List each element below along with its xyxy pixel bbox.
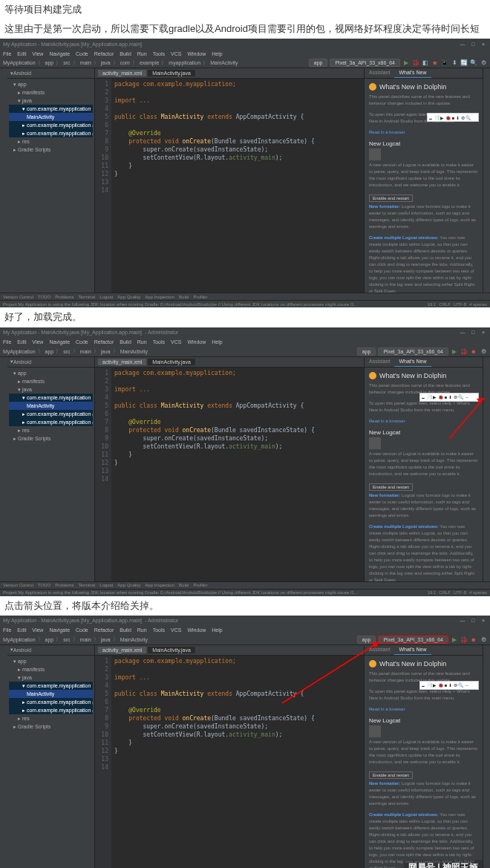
run-config-device-highlighted[interactable]: Pixel_3a_API_33_x86_64 xyxy=(378,636,448,644)
maximize-icon[interactable]: □ xyxy=(469,40,477,48)
bb-build[interactable]: Build xyxy=(179,295,189,299)
caption-2: 这里由于是第一次启动，所以需要下载gradle以及Android项目需要引用的包… xyxy=(0,19,490,39)
search-icon[interactable]: 🔍 xyxy=(470,59,477,67)
ide-shot-1: My Application - MainActivity.java [My_A… xyxy=(0,39,490,307)
window-title: My Application - MainActivity.java [My_A… xyxy=(3,42,142,47)
bottom-tool-buttons: Version Control TODO Problems Terminal L… xyxy=(0,293,490,300)
nav-toolbar: MyApplication〉 app〉 src〉 main〉 java〉 com… xyxy=(0,58,490,68)
bc-main[interactable]: main xyxy=(80,60,91,65)
menu-build[interactable]: Build xyxy=(120,51,131,56)
tab-activity-xml[interactable]: activity_main.xml xyxy=(98,70,146,76)
sdk-icon[interactable]: ⬇ xyxy=(451,59,458,67)
tree-res[interactable]: ▸ res xyxy=(9,137,93,146)
tree-pkg-test[interactable]: ▸ com.example.myapplication (test) xyxy=(9,129,93,137)
watermark: 网易号 | 神照玉娅 xyxy=(404,860,483,868)
sync-icon[interactable]: 🔄 xyxy=(460,59,468,67)
run-config-app[interactable]: app xyxy=(309,59,328,67)
menu-run[interactable]: Run xyxy=(137,51,147,56)
tree-app[interactable]: ▾ app xyxy=(9,80,93,88)
editor: activity_main.xml MainActivity.java 1234… xyxy=(95,68,364,293)
right-tool-strip-2 xyxy=(483,357,490,581)
menu-view[interactable]: View xyxy=(32,51,43,56)
debug-icon[interactable]: 🐞 xyxy=(412,59,419,67)
whatsnew-browser-link[interactable]: Read in a browser xyxy=(369,129,478,136)
menu-navigate[interactable]: Navigate xyxy=(49,51,70,56)
code-area[interactable]: 1234567891011121314 package com.example.… xyxy=(95,79,364,293)
right-tool-strip xyxy=(483,68,490,293)
menu-refactor[interactable]: Refactor xyxy=(94,51,114,56)
whatsnew-tab-whatsnew[interactable]: What's New xyxy=(394,68,431,78)
bulb-icon xyxy=(369,83,376,91)
menu-edit[interactable]: Edit xyxy=(17,51,26,56)
close-icon[interactable]: × xyxy=(480,40,487,48)
bc-src[interactable]: src xyxy=(63,60,70,65)
whatsnew-logcat-body: A new version of Logcat is available to … xyxy=(369,162,478,189)
bc-java[interactable]: java xyxy=(101,60,111,65)
bb-appquality[interactable]: App Quality xyxy=(117,295,140,299)
caption-3: 好了，加载完成。 xyxy=(0,307,490,327)
whatsnew-tab-assistant[interactable]: Assistant xyxy=(365,68,394,78)
tree-pkg-androidtest[interactable]: ▸ com.example.myapplication (androidTest… xyxy=(9,121,93,129)
bc-pkg[interactable]: myapplication xyxy=(169,60,200,65)
status-pos[interactable]: 19:1 xyxy=(428,302,437,307)
profile-icon[interactable]: ◧ xyxy=(422,59,429,67)
tree-java[interactable]: ▾ java xyxy=(9,97,93,105)
tree-pkg-main[interactable]: ▾ com.example.myapplication xyxy=(9,105,93,113)
bb-problems[interactable]: Problems xyxy=(55,295,74,299)
bb-logcat[interactable]: Logcat xyxy=(99,295,113,299)
minimize-icon[interactable]: — xyxy=(459,40,466,48)
callout-toolbar-2: 🗕 📑 ▶ 🐞 ■ ⬇ ⚙ 🔍 ↔ xyxy=(419,393,479,402)
bb-appinspection[interactable]: App Inspection xyxy=(145,295,174,299)
project-panel: ▾ Android ▾ app ▸ manifests ▾ java ▾ com… xyxy=(7,68,95,293)
bb-terminal[interactable]: Terminal xyxy=(79,295,96,299)
run-icon[interactable]: ▶ xyxy=(402,59,410,67)
tree-gradle[interactable]: ▸ Gradle Scripts xyxy=(9,146,93,154)
bc-file[interactable]: MainActivity xyxy=(210,60,238,65)
callout-toolbar-1: 🗕 📑 ▶ 🐞 ■ ⬇ ⚙ 🔍 xyxy=(427,113,479,122)
menu-vcs[interactable]: VCS xyxy=(171,51,181,56)
caption-1: 等待项目构建完成 xyxy=(0,0,490,19)
ide-shot-3: My Application - MainActivity.java [My_A… xyxy=(0,616,490,868)
menu-window[interactable]: Window xyxy=(187,51,206,56)
whats-new-panel: Assistant What's New What's New in Dolph… xyxy=(364,68,483,293)
left-tool-strip xyxy=(0,68,7,293)
status-enc[interactable]: UTF-8 xyxy=(454,302,466,307)
project-panel-header[interactable]: ▾ Android xyxy=(7,68,94,79)
bc-example[interactable]: example xyxy=(140,60,159,65)
run-config-device[interactable]: Pixel_3a_API_33_x86_64 xyxy=(330,59,400,67)
tree-manifests[interactable]: ▸ manifests xyxy=(9,88,93,97)
code-text[interactable]: package com.example.myapplication; impor… xyxy=(111,79,318,293)
whatsnew-intro: This panel describes some of the new fea… xyxy=(369,94,478,107)
avd-icon[interactable]: 📱 xyxy=(441,59,448,67)
whatsnew-title: What's New in Dolphin xyxy=(379,83,446,91)
settings-icon[interactable]: ⚙ xyxy=(480,59,487,67)
bb-profiler[interactable]: Profiler xyxy=(193,295,207,299)
whatsnew-logcat-header: New Logcat xyxy=(369,140,478,147)
menubar: File Edit View Navigate Code Refactor Bu… xyxy=(0,49,490,58)
menu-file[interactable]: File xyxy=(3,51,11,56)
status-crlf[interactable]: CRLF xyxy=(439,302,451,307)
tree-mainactivity[interactable]: MainActivity xyxy=(9,113,93,121)
qr-placeholder-1 xyxy=(369,149,381,160)
bc-project[interactable]: MyApplication xyxy=(3,60,36,65)
bc-app[interactable]: app xyxy=(45,60,54,65)
callout-toolbar-3: 🗕 📑 ▶ 🐞 ■ ⬇ ⚙ 🔍 ↔ xyxy=(419,681,479,690)
bb-vcs[interactable]: Version Control xyxy=(3,295,33,299)
tab-mainactivity-java[interactable]: MainActivity.java xyxy=(148,70,195,76)
status-message: Project My Application is using the foll… xyxy=(3,302,359,307)
menu-help[interactable]: Help xyxy=(212,51,222,56)
stop-icon[interactable]: ■ xyxy=(431,59,439,67)
menu-tools[interactable]: Tools xyxy=(153,51,165,56)
enable-restart-button[interactable]: Enable and restart xyxy=(369,195,413,202)
line-gutter: 1234567891011121314 xyxy=(95,79,111,293)
menu-code[interactable]: Code xyxy=(76,51,88,56)
caption-4: 点击箭头位置，将版本介绍给关掉。 xyxy=(0,596,490,616)
ide-shot-2: My Application - MainActivity.java [My_A… xyxy=(0,327,490,596)
status-indent[interactable]: 4 spaces xyxy=(469,302,487,307)
titlebar: My Application - MainActivity.java [My_A… xyxy=(0,39,490,49)
bb-todo[interactable]: TODO xyxy=(38,295,50,299)
status-bar: Project My Application is using the foll… xyxy=(0,300,490,307)
bc-com[interactable]: com xyxy=(120,60,130,65)
